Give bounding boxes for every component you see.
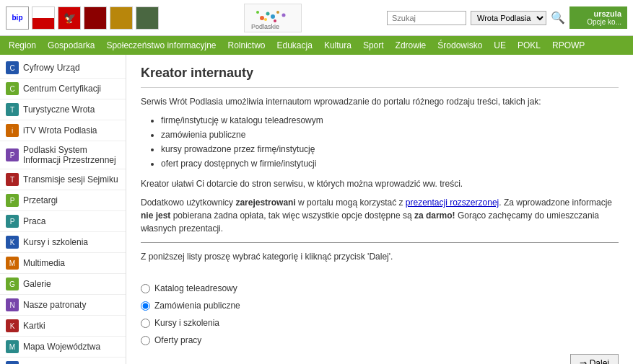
nav-ue[interactable]: UE bbox=[488, 37, 512, 53]
nav-zdrowie[interactable]: Zdrowie bbox=[390, 37, 432, 53]
nav-kultura[interactable]: Kultura bbox=[318, 37, 357, 53]
coat2-logo bbox=[110, 6, 133, 30]
itv-icon: i bbox=[6, 124, 19, 137]
select-instruction: Z poniższej listy proszę wybrać kategori… bbox=[141, 250, 619, 263]
radio-kursy: Kursy i szkolenia bbox=[141, 316, 619, 329]
svg-point-0 bbox=[260, 16, 264, 20]
svg-point-3 bbox=[276, 11, 279, 14]
navbar: Region Gospodarka Społeczeństwo informac… bbox=[0, 36, 633, 55]
registered-paragraph: Dodatkowo użytkownicy zarejestrowani w p… bbox=[141, 196, 619, 235]
svg-point-1 bbox=[266, 12, 270, 15]
cyfrowy-urzad-icon: C bbox=[6, 61, 19, 74]
nav-sport[interactable]: Sport bbox=[357, 37, 390, 53]
sidebar-item-centrum[interactable]: C Centrum Certyfikacji bbox=[0, 79, 126, 99]
sidebar-label-praca: Praca bbox=[23, 216, 45, 226]
sidebar-label-multimedia: Multimedia bbox=[23, 258, 65, 268]
search-button[interactable]: 🔍 bbox=[551, 11, 565, 25]
sidebar-label-podlaski: Podlaski System Informacji Przestrzennej bbox=[23, 145, 120, 165]
radio-zamowienia: Zamówienia publiczne bbox=[141, 299, 619, 312]
header-center: Podlaskie bbox=[159, 4, 387, 32]
registered-link[interactable]: prezentacji rozszerzonej bbox=[406, 197, 499, 208]
transmisje-icon: T bbox=[6, 173, 19, 186]
radio-kursy-input[interactable] bbox=[141, 319, 150, 328]
sidebar-label-cyfrowy-urzad: Cyfrowy Urząd bbox=[23, 63, 80, 73]
sidebar-item-mapa[interactable]: M Mapa Województwa bbox=[0, 337, 126, 358]
registered-suffix: . Za wprowadzone informacje bbox=[499, 197, 612, 208]
podlaskie-logo: Podlaskie bbox=[244, 4, 302, 32]
registered-bold: zarejestrowani bbox=[235, 197, 295, 208]
content-area: Kreator internauty Serwis Wrót Podlasia … bbox=[126, 55, 633, 364]
sidebar-label-kartki: Kartki bbox=[23, 321, 45, 331]
registered-prefix: Dodatkowo użytkownicy bbox=[141, 197, 235, 208]
search-select[interactable]: Wrota Podlasia bbox=[471, 11, 546, 25]
sidebar: C Cyfrowy Urząd C Centrum Certyfikacji T… bbox=[0, 55, 126, 364]
radio-zamowienia-input[interactable] bbox=[141, 301, 150, 311]
radio-oferty-label[interactable]: Oferty pracy bbox=[154, 334, 201, 347]
header-logos: bip 🦅 bbox=[6, 6, 159, 30]
sidebar-item-cyfrowy-urzad[interactable]: C Cyfrowy Urząd bbox=[0, 58, 126, 79]
coat1-logo bbox=[84, 6, 107, 30]
nav-pokl[interactable]: POKL bbox=[512, 37, 546, 53]
list-item-4: ofert pracy dostępnych w firmie/instytuc… bbox=[161, 157, 619, 170]
eagle-logo: 🦅 bbox=[58, 6, 81, 30]
coat3-logo bbox=[136, 6, 159, 30]
features-list: firmę/instytucję w katalogu teleadresowy… bbox=[161, 114, 619, 170]
sidebar-label-transmisje: Transmisje sesji Sejmiku bbox=[23, 174, 118, 185]
header-right: Wrota Podlasia 🔍 urszula Opcje ko... bbox=[387, 6, 627, 29]
dalej-button[interactable]: ⇒ Dalej bbox=[570, 354, 619, 364]
nav-gospodarka[interactable]: Gospodarka bbox=[42, 37, 100, 53]
header: bip 🦅 Podlaskie Wrota Podlasia 🔍 bbox=[0, 0, 633, 36]
kursy-icon: K bbox=[6, 236, 19, 249]
radio-zamowienia-label[interactable]: Zamówienia publiczne bbox=[154, 299, 240, 312]
nav-srodowisko[interactable]: Środowisko bbox=[432, 37, 488, 53]
search-input[interactable] bbox=[387, 11, 466, 25]
sidebar-label-mapa: Mapa Województwa bbox=[23, 342, 100, 352]
username: urszula bbox=[575, 9, 621, 18]
list-item-3: kursy prowadzone przez firmę/instytucję bbox=[161, 143, 619, 156]
sidebar-item-kursy[interactable]: K Kursy i szkolenia bbox=[0, 232, 126, 253]
registered-middle: w portalu mogą korzystać z bbox=[296, 197, 406, 208]
free-bold: za darmo! bbox=[414, 210, 455, 221]
sidebar-item-multimedia[interactable]: M Multimedia bbox=[0, 253, 126, 274]
sidebar-item-praca[interactable]: P Praca bbox=[0, 211, 126, 232]
radio-katalog: Katalog teleadresowy bbox=[141, 282, 619, 295]
nav-spoleczenstwo[interactable]: Społeczeństwo informacyjne bbox=[100, 37, 222, 53]
sidebar-label-patronaty: Nasze patronaty bbox=[23, 300, 86, 310]
nav-rpowp[interactable]: RPOWP bbox=[546, 37, 590, 53]
svg-point-4 bbox=[282, 13, 286, 17]
sidebar-item-patronaty[interactable]: N Nasze patronaty bbox=[0, 295, 126, 316]
svg-point-6 bbox=[264, 18, 267, 21]
radio-kursy-label[interactable]: Kursy i szkolenia bbox=[154, 316, 219, 329]
multimedia-icon: M bbox=[6, 257, 19, 270]
nav-region[interactable]: Region bbox=[3, 37, 42, 53]
sidebar-item-przetargi[interactable]: P Przetargi bbox=[0, 190, 126, 211]
options-label: Opcje ko... bbox=[575, 18, 621, 26]
mapa-icon: M bbox=[6, 340, 19, 353]
sidebar-item-archiwum[interactable]: A Archiwum Wiadomości bbox=[0, 358, 126, 364]
page-title: Kreator internauty bbox=[141, 63, 619, 88]
bip-logo: bip bbox=[6, 6, 29, 30]
sidebar-item-turystyczne[interactable]: T Turystyczne Wrota bbox=[0, 99, 126, 120]
sidebar-label-centrum: Centrum Certyfikacji bbox=[23, 84, 101, 94]
sidebar-item-galerie[interactable]: G Galerie bbox=[0, 274, 126, 295]
radio-katalog-label[interactable]: Katalog teleadresowy bbox=[154, 282, 237, 295]
not-charged-bold: nie jest bbox=[141, 210, 170, 221]
nav-edukacja[interactable]: Edukacja bbox=[271, 37, 318, 53]
radio-oferty-input[interactable] bbox=[141, 336, 150, 345]
dalej-label: Dalej bbox=[590, 358, 609, 364]
radio-katalog-input[interactable] bbox=[141, 284, 150, 293]
nav-rolnictwo[interactable]: Rolnictwo bbox=[222, 37, 271, 53]
centrum-icon: C bbox=[6, 82, 19, 95]
section-divider bbox=[141, 242, 619, 243]
sidebar-item-podlaski[interactable]: P Podlaski System Informacji Przestrzenn… bbox=[0, 141, 126, 169]
svg-point-5 bbox=[256, 11, 259, 14]
radio-oferty: Oferty pracy bbox=[141, 334, 619, 347]
sidebar-item-kartki[interactable]: K Kartki bbox=[0, 316, 126, 337]
flag-logo bbox=[32, 6, 55, 30]
praca-icon: P bbox=[6, 215, 19, 228]
sidebar-item-itv[interactable]: i iTV Wrota Podlasia bbox=[0, 120, 126, 141]
sidebar-label-galerie: Galerie bbox=[23, 279, 51, 289]
sidebar-item-transmisje[interactable]: T Transmisje sesji Sejmiku bbox=[0, 169, 126, 190]
archiwum-icon: A bbox=[6, 361, 19, 364]
list-item-1: firmę/instytucję w katalogu teleadresowy… bbox=[161, 114, 619, 127]
